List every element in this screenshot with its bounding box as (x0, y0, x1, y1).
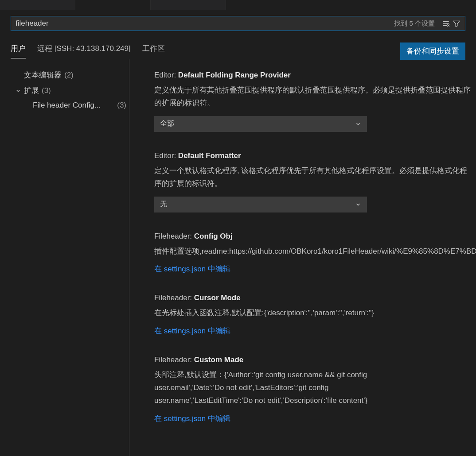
search-input[interactable] (16, 19, 394, 28)
select-value: 无 (160, 200, 167, 209)
settings-content: Editor: Default Folding Range Provider 定… (129, 59, 476, 456)
setting-name: Default Folding Range Provider (178, 71, 291, 79)
editor-tab-active[interactable] (75, 0, 151, 10)
sidebar-item-label: File header Config... (33, 101, 101, 110)
sidebar-item-count: (2) (64, 71, 74, 80)
scope-tab-workspace[interactable]: 工作区 (142, 43, 165, 58)
sidebar-item-label: 文本编辑器 (24, 70, 62, 80)
setting-title: Editor: Default Folding Range Provider (154, 71, 473, 80)
filter-icon[interactable] (453, 19, 460, 27)
sidebar-item-count: (3) (42, 86, 51, 95)
sidebar-item-fileheader[interactable]: File header Config... (3) (0, 98, 129, 112)
sidebar-item-label: 扩展 (24, 85, 39, 96)
edit-in-settings-json-link[interactable]: 在 settings.json 中编辑 (154, 264, 473, 274)
setting-prefix: Fileheader: (154, 232, 194, 240)
edit-in-settings-json-link[interactable]: 在 settings.json 中编辑 (154, 413, 473, 424)
setting-prefix: Fileheader: (154, 356, 194, 364)
chevron-down-icon (355, 201, 361, 208)
setting-select[interactable]: 无 (154, 197, 367, 213)
settings-sidebar: 文本编辑器 (2) 扩展 (3) File header Config... (… (0, 59, 129, 456)
setting-name: Custom Made (194, 356, 243, 364)
setting-item: Editor: Default Folding Range Provider 定… (154, 71, 473, 132)
setting-description: 定义一个默认格式化程序, 该格式化程序优先于所有其他格式化程序设置。必须是提供格… (154, 165, 473, 190)
setting-prefix: Fileheader: (154, 294, 194, 302)
select-value: 全部 (160, 119, 174, 128)
sidebar-item-extensions[interactable]: 扩展 (3) (0, 83, 129, 98)
setting-item: Fileheader: Config Obj 插件配置选项,readme:htt… (154, 232, 473, 274)
sync-settings-button[interactable]: 备份和同步设置 (400, 43, 465, 60)
setting-item: Editor: Default Formatter 定义一个默认格式化程序, 该… (154, 151, 473, 213)
result-count: 找到 5 个设置 (394, 19, 435, 28)
edit-in-settings-json-link[interactable]: 在 settings.json 中编辑 (154, 326, 473, 336)
setting-item: Fileheader: Custom Made 头部注释,默认设置：{'Auth… (154, 356, 473, 424)
setting-name: Cursor Mode (194, 294, 241, 302)
scope-tab-user[interactable]: 用户 (11, 43, 26, 58)
sidebar-item-text-editor[interactable]: 文本编辑器 (2) (0, 67, 129, 83)
chevron-down-icon (355, 121, 361, 127)
setting-name: Config Obj (194, 232, 233, 240)
setting-title: Fileheader: Cursor Mode (154, 294, 473, 302)
setting-title: Editor: Default Formatter (154, 151, 473, 160)
setting-name: Default Formatter (178, 151, 241, 160)
scope-row: 用户 远程 [SSH: 43.138.170.249] 工作区 备份和同步设置 (0, 35, 476, 59)
search-box: 找到 5 个设置 (11, 16, 465, 31)
sidebar-item-count: (3) (117, 101, 126, 110)
clear-filters-icon[interactable] (442, 19, 450, 27)
setting-description: 插件配置选项,readme:https://github.com/OBKoro1… (154, 245, 473, 258)
setting-title: Fileheader: Custom Made (154, 356, 473, 364)
setting-description: 定义优先于所有其他折叠范围提供程序的默认折叠范围提供程序。必须是提供折叠范围提供… (154, 84, 473, 110)
setting-prefix: Editor: (154, 151, 178, 160)
setting-item: Fileheader: Cursor Mode 在光标处插入函数注释,默认配置:… (154, 294, 473, 336)
scope-tab-remote[interactable]: 远程 [SSH: 43.138.170.249] (37, 43, 131, 58)
setting-description: 头部注释,默认设置：{'Author':'git config user.nam… (154, 369, 429, 407)
setting-select[interactable]: 全部 (154, 116, 367, 132)
settings-search-row: 找到 5 个设置 (0, 10, 476, 35)
scope-tabs: 用户 远程 [SSH: 43.138.170.249] 工作区 (11, 43, 165, 58)
editor-tab[interactable] (0, 0, 75, 10)
editor-tab[interactable] (151, 0, 226, 10)
editor-tabs (0, 0, 476, 10)
setting-title: Fileheader: Config Obj (154, 232, 473, 241)
setting-prefix: Editor: (154, 71, 178, 79)
chevron-down-icon (14, 88, 22, 94)
setting-description: 在光标处插入函数注释,默认配置:{'description':'','param… (154, 307, 473, 320)
